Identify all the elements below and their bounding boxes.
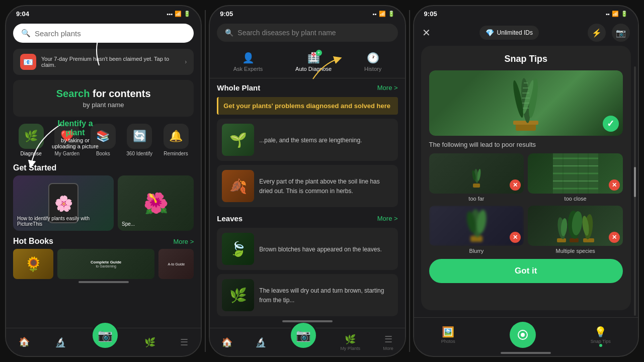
tab-history[interactable]: 🕐 History: [359, 50, 386, 74]
get-started-card-1[interactable]: 🌸 How to identify plants easily with Pic…: [13, 175, 114, 231]
camera-settings-button[interactable]: 📷: [612, 24, 630, 42]
search-bar-2[interactable]: 🔍 Search diseases by plant name: [217, 24, 397, 42]
leaves-more[interactable]: More >: [377, 215, 398, 222]
unlimited-badge[interactable]: 💎 Unlimited IDs: [479, 26, 539, 40]
more-icon: ☰: [180, 337, 188, 348]
divider-2: [409, 10, 410, 352]
too-far-image: ✕: [429, 153, 524, 194]
nav-photos[interactable]: 🖼️ Photos: [441, 326, 455, 344]
diamond-icon: 💎: [486, 29, 494, 37]
leaf-disease-card-2[interactable]: 🌿 The leaves will dry out and turn brown…: [217, 274, 397, 316]
leaf-disease-card-1[interactable]: 🍃 Brown blotches have appeared on the le…: [217, 228, 397, 270]
good-example-image: [429, 70, 623, 136]
too-close-x-badge: ✕: [609, 179, 620, 191]
nav-my-plants-label: My Plants: [340, 346, 360, 351]
diagnose-icon-wrap: 🏥 +: [307, 52, 320, 64]
leaves-header: Leaves More >: [210, 209, 405, 226]
got-it-button[interactable]: Got it: [429, 259, 623, 283]
diagnose-action[interactable]: 🌿 Diagnose: [19, 124, 44, 156]
tab-auto-diagnose[interactable]: 🏥 + Auto Diagnose: [290, 50, 337, 74]
search-placeholder-2: Search diseases by plant name: [237, 29, 336, 37]
nav-more[interactable]: ☰: [180, 337, 188, 348]
get-started-card-2[interactable]: 🌺 Spe...: [118, 175, 194, 231]
good-check-badge: ✓: [603, 116, 619, 132]
leaf-image-1: 🍃: [222, 233, 254, 265]
close-button[interactable]: ✕: [422, 27, 431, 39]
identify-action[interactable]: 🔄 360 Identify: [126, 124, 152, 156]
nav-home-2[interactable]: 🏠: [221, 337, 232, 348]
leaf-disease-text-2: The leaves will dry out and turn brown, …: [259, 287, 384, 304]
hot-books-header: Hot Books More >: [6, 234, 201, 249]
book-thumb-3[interactable]: A-to Guide: [158, 249, 194, 279]
search-placeholder-1: Search plants: [35, 29, 81, 38]
bad-examples-grid: ✕ too far: [429, 153, 623, 254]
camera-button-3[interactable]: [510, 322, 536, 348]
battery-icon-3: 🔋: [621, 11, 628, 17]
too-close-example: ✕ too close: [528, 153, 623, 202]
nav-my-plants[interactable]: 🌿 My Plants: [340, 334, 360, 351]
nav-snap-tips[interactable]: 💡 Snap Tips: [591, 326, 611, 344]
whole-plant-more[interactable]: More >: [377, 84, 398, 92]
svg-rect-32: [570, 238, 579, 242]
lightning-button[interactable]: ⚡: [588, 24, 606, 42]
svg-rect-1: [513, 121, 538, 125]
add-badge: +: [316, 50, 322, 56]
multiple-species-example: ✕ Multiple species: [528, 206, 623, 254]
whole-plant-header: Whole Plant More >: [210, 78, 405, 95]
nav-more-2[interactable]: ☰ More: [383, 334, 393, 351]
blurry-image: ✕: [429, 206, 524, 246]
hot-books-more[interactable]: More >: [173, 238, 194, 245]
leaf-disease-info-2: The leaves will dry out and turn brown, …: [259, 286, 392, 305]
disease-info-2: Every part of the plant above the soil l…: [259, 176, 392, 196]
nav-plants[interactable]: 🌿: [144, 337, 155, 348]
book-thumb-2[interactable]: Complete Guide to Gardening: [57, 249, 154, 279]
status-time-3: 9:05: [424, 10, 437, 18]
status-icons-1: ▪▪▪ 📶 🔋: [167, 11, 191, 17]
leaf-disease-info-1: Brown blotches have appeared on the leav…: [259, 244, 392, 254]
too-far-example: ✕ too far: [429, 153, 524, 202]
identify-icon: 🔄: [127, 124, 152, 149]
get-started-title: Get Started: [13, 163, 56, 172]
multiple-species-image: ✕: [528, 206, 623, 246]
wifi-icon-3: 📶: [612, 11, 619, 17]
scrollbar-thumb[interactable]: [634, 167, 636, 197]
diagnose-icon-2: 🔬: [255, 337, 266, 348]
disease-card-1[interactable]: 🌱 ...pale, and the stems are lengthening…: [217, 119, 397, 161]
status-bar-2: 9:05 ▪▪ 📶 🔋: [210, 6, 405, 20]
status-bar-1: 9:04 ▪▪▪ 📶 🔋: [6, 6, 201, 20]
disease-thumb-1: 🌱: [222, 124, 254, 156]
reminders-action[interactable]: 🔔 Reminders: [164, 124, 189, 156]
search-bar-1[interactable]: 🔍 Search plants: [13, 24, 194, 43]
wifi-icon: 📶: [175, 11, 182, 17]
nav-home[interactable]: 🏠: [19, 336, 30, 348]
library-action[interactable]: ❤️ My Garden: [54, 124, 79, 156]
nav-diagnose[interactable]: 🔬: [55, 337, 66, 348]
camera-button-2[interactable]: 📷: [289, 321, 317, 349]
leaf-disease-thumb-2: 🌿: [222, 279, 254, 311]
multiple-species-visual: [528, 206, 623, 246]
premium-banner[interactable]: 📧 Your 7-day Premium hasn't been claimed…: [13, 49, 194, 75]
wifi-icon-2: 📶: [379, 11, 386, 17]
ask-experts-icon: 👤: [242, 52, 255, 64]
card1-text: How to identify plants easily with Pictu…: [17, 216, 110, 227]
disease-card-2[interactable]: 🍂 Every part of the plant above the soil…: [217, 165, 397, 207]
nav-more-label-2: More: [383, 346, 393, 351]
hot-books-row: 🌻 Complete Guide to Gardening A-to Guide: [6, 249, 201, 279]
get-started-cards: 🌸 How to identify plants easily with Pic…: [6, 175, 201, 231]
book-thumb-1[interactable]: 🌻: [13, 249, 53, 279]
nav-diagnose-2[interactable]: 🔬: [255, 337, 266, 348]
camera-button-1[interactable]: 📷: [91, 321, 119, 349]
tab-ask-experts[interactable]: 👤 Ask Experts: [228, 50, 268, 74]
blurry-svg: [454, 206, 499, 246]
disease-info-1: ...pale, and the stems are lengthening.: [259, 135, 392, 145]
diagnose-label: Diagnose: [21, 151, 42, 156]
diagnose-icon: 🌿: [19, 124, 44, 149]
tab-auto-diagnose-label: Auto Diagnose: [295, 66, 332, 72]
status-icons-3: ▪▪ 📶 🔋: [606, 11, 628, 17]
books-action[interactable]: 📚 Books: [91, 124, 116, 156]
disease-text-2: Every part of the plant above the soil l…: [259, 178, 379, 195]
multiple-species-x-badge: ✕: [609, 232, 620, 243]
identify-label: 360 Identify: [126, 151, 152, 156]
too-far-label: too far: [468, 196, 484, 202]
library-label: My Garden: [55, 151, 79, 156]
